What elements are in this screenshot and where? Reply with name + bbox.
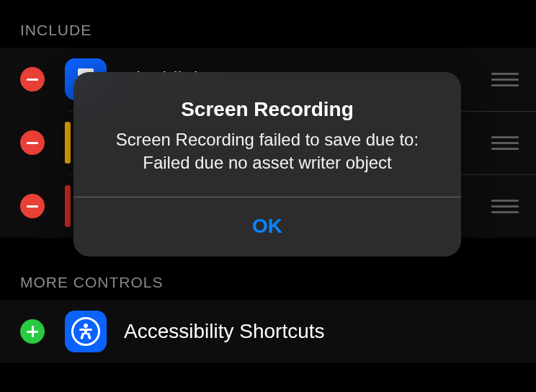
alert-message-line: Screen Recording failed to save due to: [116,130,419,149]
remove-icon[interactable] [20,194,45,218]
svg-rect-4 [87,332,91,339]
alert-message: Screen Recording failed to save due to: … [91,128,444,175]
add-icon[interactable] [20,319,45,344]
alert-title: Screen Recording [91,98,444,121]
alert-body: Screen Recording Screen Recording failed… [73,72,461,197]
more-row[interactable]: Accessibility Shortcuts [0,300,536,363]
app-icon [65,122,71,164]
row-label: Accessibility Shortcuts [124,320,519,343]
svg-point-0 [84,324,88,328]
alert-dialog: Screen Recording Screen Recording failed… [73,72,461,257]
remove-icon[interactable] [20,130,45,155]
alert-message-line: Failed due no asset writer object [143,153,392,172]
svg-rect-2 [84,329,87,334]
drag-handle-icon[interactable] [484,195,519,218]
accessibility-icon [65,311,107,352]
ok-button[interactable]: OK [73,197,461,257]
drag-handle-icon[interactable] [484,68,519,91]
more-list: Accessibility Shortcuts [0,300,536,363]
app-icon [65,185,71,227]
remove-icon[interactable] [20,67,45,92]
svg-rect-3 [80,332,84,339]
drag-handle-icon[interactable] [484,132,519,154]
section-header-include: INCLUDE [0,0,536,48]
